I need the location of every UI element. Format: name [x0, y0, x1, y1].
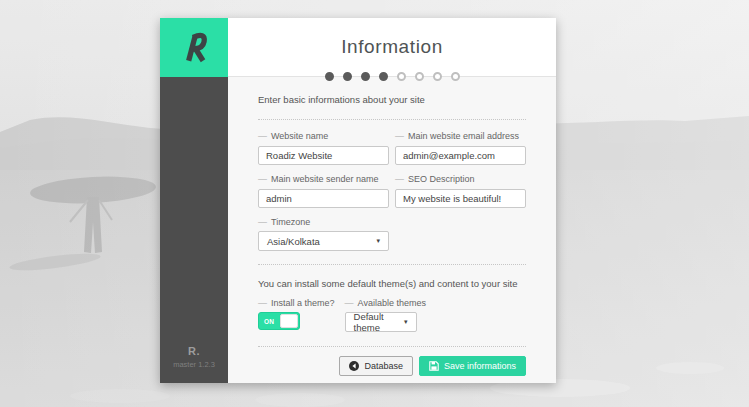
theme-select[interactable]: Default theme ▾: [345, 312, 417, 332]
toggle-state-label: ON: [264, 318, 274, 325]
installer-card: R. master 1.2.3 Information Enter basic …: [160, 18, 556, 383]
footer-brand-mark: R.: [160, 345, 228, 357]
timezone-select[interactable]: Asia/Kolkata ▾: [258, 231, 389, 251]
sidebar: R. master 1.2.3: [160, 18, 228, 383]
seo-description-input[interactable]: [395, 189, 526, 208]
field-label-text: Website name: [271, 131, 328, 141]
save-button-label: Save informations: [444, 361, 516, 371]
field-email: — Main website email address: [395, 122, 526, 165]
field-label: — Install a theme?: [258, 298, 335, 308]
field-label-text: Main website email address: [408, 131, 519, 141]
card-header: Information: [228, 18, 556, 77]
field-label: — Website name: [258, 131, 389, 141]
field-label: — Main website sender name: [258, 174, 389, 184]
label-dash: —: [395, 174, 404, 184]
step-dot: [343, 72, 352, 81]
label-dash: —: [395, 131, 404, 141]
field-sender-name: — Main website sender name: [258, 165, 389, 208]
dotted-separator: [258, 264, 526, 265]
theme-selected-value: Default theme: [354, 311, 396, 333]
field-label-text: Install a theme?: [271, 298, 335, 308]
label-dash: —: [258, 217, 267, 227]
install-theme-group: — Install a theme? ON: [258, 289, 335, 332]
step-dot: [361, 72, 370, 81]
sender-name-input[interactable]: [258, 189, 389, 208]
field-website-name: — Website name: [258, 122, 389, 165]
website-name-input[interactable]: [258, 146, 389, 165]
email-input[interactable]: [395, 146, 526, 165]
step-dot: [379, 72, 388, 81]
field-label: — SEO Description: [395, 174, 526, 184]
field-label: — Timezone: [258, 217, 526, 227]
version-label: master 1.2.3: [160, 360, 228, 369]
dotted-separator: [258, 346, 526, 347]
page-title: Information: [341, 36, 443, 58]
toggle-knob[interactable]: [280, 314, 298, 328]
install-theme-toggle[interactable]: ON: [258, 312, 300, 330]
timezone-selected-value: Asia/Kolkata: [267, 236, 320, 247]
theme-row: — Install a theme? ON — Available themes…: [258, 289, 526, 332]
progress-steps: [228, 72, 556, 81]
save-informations-button[interactable]: Save informations: [419, 356, 526, 376]
label-dash: —: [258, 298, 267, 308]
step-dot: [325, 72, 334, 81]
field-label: — Main website email address: [395, 131, 526, 141]
sidebar-footer: R. master 1.2.3: [160, 345, 228, 369]
dotted-separator: [258, 119, 526, 120]
theme-intro-text: You can install some default theme(s) an…: [258, 278, 526, 289]
sidebar-body: R. master 1.2.3: [160, 77, 228, 383]
step-dot: [451, 72, 460, 81]
roadiz-logo-icon: [177, 31, 211, 65]
brand-logo-block: [160, 18, 228, 77]
back-arrow-icon: [349, 361, 359, 371]
site-info-form: — Website name — Main website email addr…: [258, 122, 526, 208]
label-dash: —: [258, 174, 267, 184]
step-dot: [397, 72, 406, 81]
field-timezone: — Timezone Asia/Kolkata ▾: [258, 217, 526, 251]
intro-text: Enter basic informations about your site: [258, 94, 526, 105]
field-label-text: Available themes: [358, 298, 426, 308]
main-panel: Information Enter basic informations abo…: [228, 18, 556, 383]
database-back-button[interactable]: Database: [339, 356, 413, 376]
chevron-down-icon: ▾: [404, 318, 408, 326]
field-label: — Available themes: [345, 298, 426, 308]
field-label-text: Timezone: [271, 217, 310, 227]
step-dot: [415, 72, 424, 81]
step-dot: [433, 72, 442, 81]
field-seo-description: — SEO Description: [395, 165, 526, 208]
label-dash: —: [258, 131, 267, 141]
buttons-row: Database Save informations: [258, 356, 526, 376]
form-content: Enter basic informations about your site…: [228, 77, 556, 383]
save-icon: [429, 361, 439, 371]
database-button-label: Database: [364, 361, 403, 371]
field-label-text: SEO Description: [408, 174, 475, 184]
label-dash: —: [345, 298, 354, 308]
available-themes-group: — Available themes Default theme ▾: [345, 289, 426, 332]
chevron-down-icon: ▾: [376, 237, 380, 245]
field-label-text: Main website sender name: [271, 174, 379, 184]
